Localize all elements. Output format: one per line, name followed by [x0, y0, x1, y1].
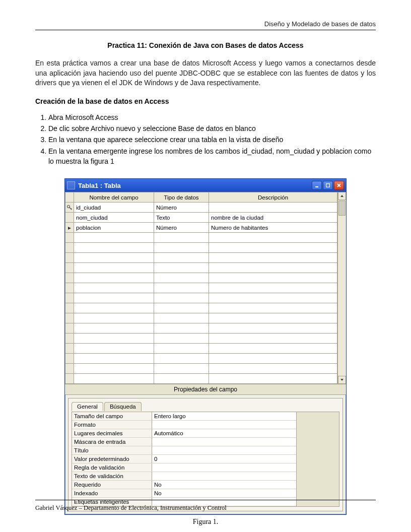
minimize-button[interactable] — [312, 181, 322, 190]
col-header-desc[interactable]: Descripción — [209, 192, 337, 203]
property-row[interactable]: Máscara de entrada — [72, 438, 296, 446]
window-titlebar[interactable]: Tabla1 : Tabla — [65, 179, 346, 192]
page-title: Practica 11: Conexión de Java con Bases … — [35, 41, 376, 49]
row-selector[interactable] — [65, 344, 74, 354]
svg-rect-1 — [326, 184, 330, 187]
field-name-cell[interactable]: nom_ciudad — [74, 213, 154, 223]
svg-rect-0 — [315, 186, 318, 187]
col-header-type[interactable]: Tipo de datos — [154, 192, 209, 203]
property-value[interactable]: No — [152, 489, 297, 498]
row-selector[interactable] — [65, 263, 74, 273]
row-selector[interactable] — [65, 253, 74, 263]
property-row[interactable]: RequeridoNo — [72, 481, 296, 489]
step-item: En la ventana que aparece seleccione cre… — [48, 135, 376, 145]
table-row[interactable] — [65, 263, 337, 273]
property-value[interactable]: Automático — [152, 429, 297, 438]
property-value[interactable] — [152, 446, 297, 455]
table-icon — [67, 181, 75, 189]
table-row[interactable] — [65, 273, 337, 283]
col-header-name[interactable]: Nombre del campo — [74, 192, 154, 203]
table-row[interactable] — [65, 243, 337, 253]
field-desc-cell[interactable]: nombre de la ciudad — [209, 213, 337, 223]
maximize-button[interactable] — [323, 181, 333, 190]
step-item: De clic sobre Archivo nuevo y seleccione… — [48, 123, 376, 134]
table-row[interactable] — [65, 313, 337, 323]
field-type-cell[interactable]: Número — [154, 203, 209, 213]
row-selector[interactable] — [65, 213, 74, 223]
table-row[interactable]: nom_ciudadTextonombre de la ciudad — [65, 213, 337, 223]
row-selector[interactable] — [65, 223, 74, 233]
property-value[interactable] — [152, 421, 297, 429]
running-header: Diseño y Modelado de bases de datos — [35, 20, 376, 28]
row-selector[interactable] — [65, 334, 74, 344]
property-label: Formato — [72, 421, 152, 429]
property-row[interactable]: Valor predeterminado0 — [72, 455, 296, 463]
close-button[interactable] — [334, 181, 344, 190]
table-row[interactable] — [65, 344, 337, 354]
property-label: Regla de validación — [72, 463, 152, 472]
property-value[interactable] — [152, 463, 297, 472]
property-row[interactable]: Tamaño del campoEntero largo — [72, 412, 296, 421]
property-value[interactable] — [152, 472, 297, 481]
property-row[interactable]: Regla de validación — [72, 463, 296, 472]
field-desc-cell[interactable]: Numero de habitantes — [209, 223, 337, 233]
row-selector[interactable] — [65, 233, 74, 243]
vertical-scrollbar[interactable] — [337, 192, 346, 384]
property-value[interactable]: Entero largo — [152, 412, 297, 421]
tab-general[interactable]: General — [72, 402, 103, 411]
row-selector[interactable] — [65, 313, 74, 323]
table-row[interactable]: poblacionNúmeroNumero de habitantes — [65, 223, 337, 233]
properties-table[interactable]: Tamaño del campoEntero largoFormatoLugar… — [72, 412, 296, 506]
table-row[interactable] — [65, 233, 337, 243]
section-heading: Creación de la base de datos en Access — [35, 97, 376, 105]
properties-help-pane — [296, 412, 339, 506]
row-selector[interactable] — [65, 354, 74, 364]
property-row[interactable]: IndexadoNo — [72, 489, 296, 498]
property-label: Lugares decimales — [72, 429, 152, 438]
field-name-cell[interactable]: poblacion — [74, 223, 154, 233]
property-label: Máscara de entrada — [72, 438, 152, 446]
table-row[interactable] — [65, 364, 337, 374]
row-selector[interactable] — [65, 203, 74, 213]
property-row[interactable]: Título — [72, 446, 296, 455]
table-row[interactable] — [65, 354, 337, 364]
properties-caption: Propiedades del campo — [65, 384, 346, 395]
table-row[interactable] — [65, 293, 337, 303]
field-type-cell[interactable]: Número — [154, 223, 209, 233]
footer-text: Gabriel Vásquez – Departamento de Electr… — [35, 504, 376, 512]
row-selector[interactable] — [65, 364, 74, 374]
property-label: Requerido — [72, 481, 152, 489]
steps-list: Abra Microsoft AccessDe clic sobre Archi… — [35, 112, 376, 166]
table-row[interactable] — [65, 374, 337, 384]
property-value[interactable] — [152, 438, 297, 446]
property-value[interactable]: 0 — [152, 455, 297, 463]
table-row[interactable] — [65, 253, 337, 263]
row-selector[interactable] — [65, 283, 74, 293]
row-selector[interactable] — [65, 243, 74, 253]
field-name-cell[interactable]: id_ciudad — [74, 203, 154, 213]
row-selector[interactable] — [65, 293, 74, 303]
property-label: Texto de validación — [72, 472, 152, 481]
table-row[interactable] — [65, 334, 337, 344]
field-grid[interactable]: Nombre del campo Tipo de datos Descripci… — [65, 192, 337, 384]
row-selector[interactable] — [65, 374, 74, 384]
scroll-up-button[interactable] — [338, 192, 346, 200]
table-row[interactable]: id_ciudadNúmero — [65, 203, 337, 213]
property-row[interactable]: Lugares decimalesAutomático — [72, 429, 296, 438]
tab-busqueda[interactable]: Búsqueda — [104, 402, 142, 411]
row-selector[interactable] — [65, 323, 74, 334]
property-row[interactable]: Formato — [72, 421, 296, 429]
table-row[interactable] — [65, 323, 337, 334]
table-row[interactable] — [65, 283, 337, 293]
row-selector[interactable] — [65, 303, 74, 313]
scroll-down-button[interactable] — [338, 376, 346, 384]
row-selector[interactable] — [65, 273, 74, 283]
property-row[interactable]: Texto de validación — [72, 472, 296, 481]
figure-caption: Figura 1. — [64, 518, 347, 526]
row-selector-header — [65, 192, 74, 203]
field-type-cell[interactable]: Texto — [154, 213, 209, 223]
table-row[interactable] — [65, 303, 337, 313]
scroll-thumb[interactable] — [338, 201, 346, 216]
property-value[interactable]: No — [152, 481, 297, 489]
field-desc-cell[interactable] — [209, 203, 337, 213]
